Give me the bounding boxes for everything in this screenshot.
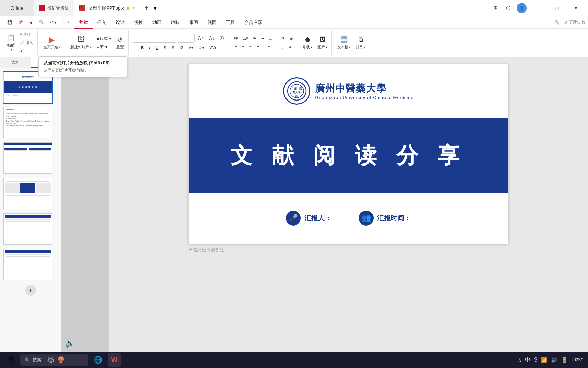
reset-btn[interactable]: ↺ 重置: [114, 31, 126, 54]
align-right-btn[interactable]: ≡: [247, 43, 254, 51]
maximize-btn[interactable]: □: [549, 0, 565, 16]
tab-start[interactable]: 开始: [74, 16, 93, 29]
slide-thumb-2[interactable]: 广州中医药大学 Effects of artificial intelligen…: [3, 106, 53, 139]
ppt-icon: P: [79, 5, 85, 11]
slide6-header: [5, 250, 51, 253]
tray-input-icon[interactable]: 中: [525, 356, 530, 364]
slide-thumb-3[interactable]: [3, 142, 53, 174]
shadow-btn[interactable]: S: [169, 44, 176, 51]
redo-btn[interactable]: ↪▾: [61, 19, 71, 26]
copy-btn[interactable]: 📄 复制: [18, 39, 35, 46]
numbering-btn[interactable]: 1.▾: [241, 34, 250, 42]
paste-label: 粘贴: [7, 43, 15, 48]
tab-animation[interactable]: 动画: [148, 16, 166, 29]
tab-insert[interactable]: 插入: [93, 16, 111, 29]
save-btn[interactable]: 💾: [5, 19, 14, 26]
taskbar-clock[interactable]: 2023/1: [571, 357, 584, 363]
convert-btn[interactable]: ⇌▾: [277, 34, 287, 42]
new-slide-btn[interactable]: 🖼 新建幻灯片▾: [68, 31, 94, 54]
user-avatar[interactable]: 👤: [517, 3, 527, 13]
tab-design[interactable]: 设计: [111, 16, 129, 29]
svg-text:药大学: 药大学: [293, 91, 301, 94]
find-btn[interactable]: 🔍: [37, 19, 46, 26]
taskbar-edge-btn[interactable]: 🌐: [91, 353, 105, 367]
format-painter-btn[interactable]: 🖌: [18, 47, 35, 55]
clear-format-btn[interactable]: Ⓐ: [218, 34, 226, 42]
strikethrough-btn[interactable]: S: [162, 44, 168, 51]
italic-btn[interactable]: I: [147, 44, 152, 51]
textbox-btn[interactable]: 🔤 文本框▾: [335, 31, 353, 54]
pin-btn[interactable]: 📌: [16, 19, 25, 26]
superscript-btn[interactable]: X²: [178, 44, 185, 51]
justify-btn[interactable]: ≡: [255, 43, 261, 51]
line-spacing-btn[interactable]: ↕: [273, 43, 279, 51]
tab-view[interactable]: 视图: [203, 16, 221, 29]
undo-btn[interactable]: ↩▾: [48, 19, 59, 26]
close-btn[interactable]: ✕: [568, 0, 584, 16]
decrease-indent-btn[interactable]: ⇤: [251, 34, 258, 42]
tab-template[interactable]: 找稻壳模板: [34, 0, 74, 16]
font-color-btn[interactable]: A▾: [187, 44, 195, 51]
cube-btn[interactable]: ⬡: [504, 3, 513, 13]
tray-battery-icon[interactable]: 🔋: [561, 357, 568, 363]
tray-volume-icon[interactable]: 🔊: [551, 357, 558, 363]
minimize-btn[interactable]: —: [530, 0, 546, 16]
tab-review[interactable]: 审阅: [184, 16, 203, 29]
font-family-select[interactable]: [132, 34, 176, 43]
font-size-increase-btn[interactable]: A↑: [196, 34, 206, 42]
bold-btn[interactable]: B: [139, 44, 146, 51]
font-size-decrease-btn[interactable]: A↓: [207, 34, 216, 42]
tab-premium[interactable]: 会员专享: [240, 16, 267, 29]
section-btn[interactable]: ≡ 节▾: [95, 43, 113, 50]
tab-outline[interactable]: 大纲: [0, 57, 31, 68]
cut-btn[interactable]: ✂ 剪切: [18, 31, 35, 38]
slide-thumb-6[interactable]: [3, 248, 53, 281]
align-left-btn[interactable]: ≡: [233, 43, 239, 51]
new-tab-button[interactable]: +: [140, 4, 152, 12]
taskbar-wps-btn[interactable]: W: [108, 353, 121, 367]
taskbar-emoji2: 🍄: [57, 356, 65, 364]
add-slide-btn[interactable]: +: [25, 285, 36, 296]
search-ribbon-btn[interactable]: 🔍: [553, 19, 561, 26]
update-btn[interactable]: ⟳ 更新失败: [564, 19, 585, 25]
tab-slideshow[interactable]: 放映: [166, 16, 184, 29]
slide1-mini-title: 文 献 阅 读 分 享: [18, 86, 37, 89]
paste-icon: 📋: [7, 34, 15, 42]
text-direction-btn[interactable]: ⎵▾: [267, 34, 276, 42]
shapes-btn[interactable]: ⬟ 形状▾: [300, 31, 314, 54]
arrange-btn[interactable]: ⧉ 排列▾: [354, 31, 368, 54]
underline-btn[interactable]: U: [153, 44, 160, 51]
increase-indent-btn[interactable]: ⇥: [259, 34, 266, 42]
tab-tools[interactable]: 工具: [221, 16, 240, 29]
layout-btn[interactable]: ■ 版式▾: [95, 35, 113, 42]
tab-dropdown[interactable]: ▾: [152, 5, 158, 11]
layout-toggle-btn[interactable]: ⊞: [491, 3, 500, 13]
slide-notes[interactable]: 单击此处添加备注: [189, 247, 508, 253]
taskbar-search[interactable]: 🔍 搜索 🦝 🍄: [20, 354, 88, 366]
bullets-btn[interactable]: ≡▾: [231, 34, 240, 42]
images-btn[interactable]: 🖼 图片▾: [315, 31, 329, 54]
current-page-start-btn[interactable]: ▶ 当页开始▾: [41, 31, 63, 54]
office-button[interactable]: Office: [0, 0, 34, 16]
slide-thumb-4[interactable]: [3, 177, 53, 210]
slide-thumb-5[interactable]: [3, 213, 53, 245]
tray-wps-icon[interactable]: S: [534, 357, 538, 363]
cols-btn[interactable]: ⋮≡: [262, 43, 272, 51]
smartart-btn[interactable]: ⊞: [288, 34, 295, 42]
tab-transition[interactable]: 切换: [129, 16, 148, 29]
start-btn[interactable]: ⊞: [4, 353, 18, 367]
highlight-btn[interactable]: 🖊▾: [197, 44, 207, 51]
char-spacing-btn[interactable]: AV▾: [208, 44, 219, 51]
tab-close-btn[interactable]: ×: [132, 5, 135, 11]
font-size-select[interactable]: [178, 34, 195, 43]
tray-wifi-icon[interactable]: 📶: [541, 357, 548, 363]
text-shadow2-btn[interactable]: A: [287, 43, 293, 51]
slide5-mini: [4, 214, 52, 244]
align-center-btn[interactable]: ≡: [240, 43, 246, 51]
paste-btn[interactable]: 📋 粘贴 ▾: [5, 31, 17, 54]
tab-ppt[interactable]: P 文献汇报PPT.pptx ×: [74, 0, 140, 16]
tray-expand-icon[interactable]: ∧: [518, 357, 522, 363]
slide-panel[interactable]: 广州中医 药大学 1956 廣州中醫藥大學 Guangzhou Universi…: [109, 57, 588, 352]
print-btn[interactable]: 🖨: [27, 19, 35, 26]
para-spacing-btn[interactable]: ↨: [280, 43, 286, 51]
